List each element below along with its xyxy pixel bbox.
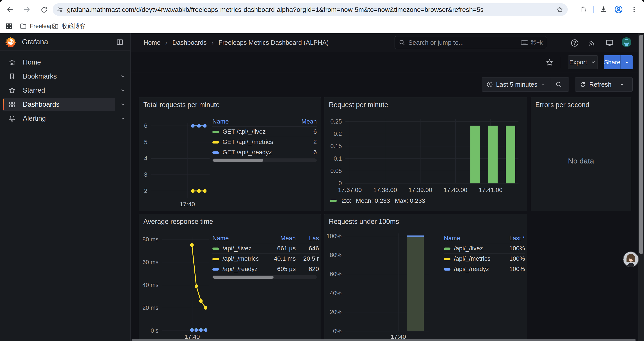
help-button[interactable] <box>570 38 580 48</box>
rss-icon <box>588 39 596 47</box>
panel-title[interactable]: Errors per second <box>535 101 589 109</box>
browser-forward-button[interactable] <box>20 3 34 16</box>
sidebar-item-alerting[interactable]: Alerting <box>0 112 130 126</box>
column-header[interactable]: Las <box>296 235 319 242</box>
column-header[interactable]: Name <box>212 235 258 242</box>
legend-row[interactable]: GET /api/_/metrics2 <box>212 137 317 147</box>
svg-text:0: 0 <box>339 180 342 187</box>
zoom-out-icon <box>555 81 562 88</box>
legend-scrollbar[interactable] <box>212 275 317 279</box>
page-scrollbar-thumb[interactable] <box>639 35 643 254</box>
time-range-button[interactable]: Last 5 minutes <box>482 78 550 92</box>
breadcrumb-home[interactable]: Home <box>144 39 160 46</box>
share-button[interactable]: Share <box>604 55 620 69</box>
sidebar-item-dashboards[interactable]: Dashboards <box>0 97 130 112</box>
downloads-button[interactable] <box>597 3 610 16</box>
series-label: 2xx <box>342 197 351 204</box>
chevron-down-icon[interactable] <box>120 115 126 122</box>
browser-profile-button[interactable] <box>612 3 625 16</box>
legend-row[interactable]: /api/_/metrics100% <box>444 253 525 264</box>
legend-row[interactable]: /api/_/readyz605 µs620 <box>212 264 319 274</box>
refresh-icon <box>580 81 586 88</box>
sidebar-item-home[interactable]: Home <box>0 55 130 69</box>
site-settings-icon[interactable] <box>52 6 67 13</box>
column-header[interactable]: Last * <box>492 235 525 242</box>
time-controls: Last 5 minutes Refresh <box>131 72 644 97</box>
breadcrumb-separator: › <box>165 39 168 47</box>
chevron-down-icon[interactable] <box>120 101 126 108</box>
legend-row[interactable]: GET /api/_/readyz6 <box>212 147 317 157</box>
breadcrumb-dashboards[interactable]: Dashboards <box>172 39 206 46</box>
chevron-down-icon[interactable] <box>120 87 126 94</box>
panel-average-response-time: Average response time 80 ms60 ms40 ms20 … <box>139 214 321 341</box>
svg-text:5: 5 <box>144 139 148 146</box>
main-area: Home › Dashboards › Freeleaps Metrics Da… <box>131 33 644 341</box>
svg-text:80%: 80% <box>330 252 342 258</box>
legend-row[interactable]: GET /api/_/livez6 <box>212 126 317 137</box>
time-range-picker[interactable]: Last 5 minutes <box>482 77 569 92</box>
legend-row[interactable]: /api/_/readyz100% <box>444 264 525 274</box>
favorite-star-button[interactable] <box>546 59 554 67</box>
search-placeholder: Search or jump to... <box>408 39 521 46</box>
bookmark-folder-blogs[interactable]: 收藏博客 <box>49 21 88 32</box>
horizontal-scrollbar-thumb[interactable] <box>132 339 636 341</box>
bookmarks-bar: Freeleaps 收藏博客 <box>0 19 644 33</box>
address-bar[interactable]: grafana.mathmast.com/d/deytv4rwavabkb/fr… <box>52 3 568 16</box>
browser-reload-button[interactable] <box>38 3 51 16</box>
legend-scrollbar[interactable] <box>212 158 317 162</box>
sidebar-item-starred[interactable]: Starred <box>0 83 130 97</box>
brand-title: Grafana <box>22 38 48 46</box>
dock-menu-button[interactable] <box>116 38 124 47</box>
kiosk-mode-button[interactable] <box>605 38 614 48</box>
zoom-out-button[interactable] <box>551 78 566 92</box>
assistant-avatar[interactable] <box>624 252 638 267</box>
series-marker <box>330 200 337 202</box>
assistant-avatar-image <box>624 252 638 267</box>
search-input[interactable]: Search or jump to... ⌘+k <box>394 36 547 49</box>
series-marker <box>444 247 450 250</box>
chevron-down-icon <box>590 59 597 66</box>
series-marker <box>444 258 450 260</box>
legend-row[interactable]: /api/_/metrics40.1 ms20.5 r <box>212 253 319 264</box>
panel-title[interactable]: Requests under 100ms <box>329 218 399 226</box>
share-menu-button[interactable] <box>621 55 632 69</box>
svg-text:0%: 0% <box>333 328 342 334</box>
legend-table: NameLast */api/_/livez100%/api/_/metrics… <box>444 233 525 274</box>
news-button[interactable] <box>587 38 597 48</box>
user-avatar[interactable] <box>622 37 631 47</box>
browser-back-button[interactable] <box>3 3 16 16</box>
column-header[interactable]: Name <box>444 235 492 242</box>
svg-text:17:38:00: 17:38:00 <box>373 187 397 193</box>
panel-title[interactable]: Average response time <box>143 218 213 226</box>
series-marker <box>444 268 450 270</box>
column-header[interactable]: Mean <box>258 235 296 242</box>
dashboards-grid-icon <box>8 101 16 108</box>
legend-row[interactable]: /api/_/livez100% <box>444 243 525 253</box>
export-button[interactable]: Export <box>568 55 598 69</box>
column-header[interactable]: Name <box>212 118 293 125</box>
sidebar-item-bookmarks[interactable]: Bookmarks <box>0 69 130 83</box>
panel-title[interactable]: Request per minute <box>329 101 388 109</box>
puzzle-icon <box>580 6 586 13</box>
refresh-picker[interactable]: Refresh <box>575 77 632 92</box>
browser-menu-button[interactable] <box>628 3 641 16</box>
series-marker <box>212 141 219 144</box>
bell-icon <box>8 115 16 122</box>
chevron-down-icon <box>540 81 546 88</box>
panel-title[interactable]: Total requests per minute <box>143 101 220 109</box>
refresh-button[interactable]: Refresh <box>575 78 616 92</box>
column-header[interactable]: Mean <box>293 118 317 125</box>
bar-chart: 0.250.20.150.10.05017:37:0017:38:0017:39… <box>324 97 527 211</box>
svg-text:17:41:00: 17:41:00 <box>479 187 502 193</box>
legend-inline[interactable]: 2xx Mean: 0.233 Max: 0.233 <box>330 197 425 204</box>
search-shortcut: ⌘+k <box>521 39 543 46</box>
chevron-down-icon[interactable] <box>120 73 126 80</box>
panel-errors-per-second: Errors per second No data <box>531 97 631 211</box>
bookmark-folder-label: 收藏博客 <box>62 22 86 30</box>
refresh-interval-button[interactable] <box>616 78 628 92</box>
legend-row[interactable]: /api/_/livez661 µs646 <box>212 243 319 253</box>
legend-table: NameMeanLas/api/_/livez661 µs646/api/_/m… <box>212 233 319 274</box>
bookmark-star-button[interactable] <box>552 6 568 13</box>
extensions-button[interactable] <box>576 3 590 16</box>
svg-text:40%: 40% <box>330 290 342 296</box>
